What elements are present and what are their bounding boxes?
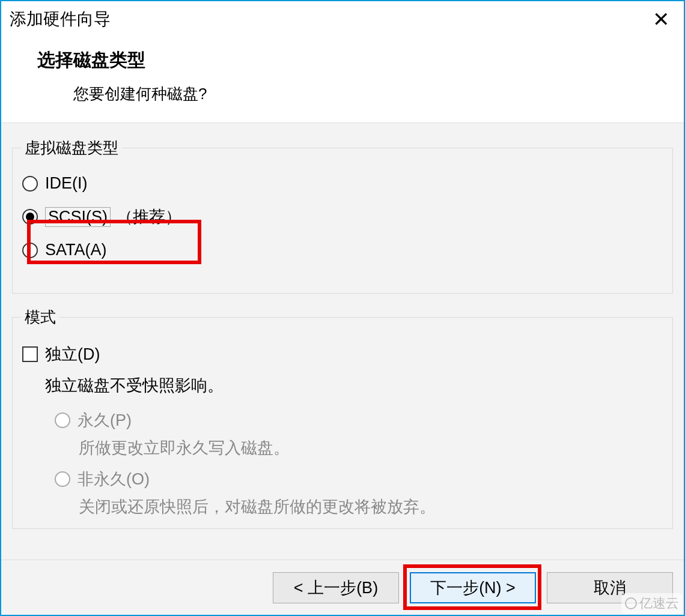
back-button[interactable]: < 上一步(B): [273, 572, 399, 603]
radio-scsi-row[interactable]: SCSI(S) （推荐）: [21, 202, 664, 231]
watermark: 亿速云: [621, 593, 683, 614]
mode-legend: 模式: [21, 307, 59, 328]
radio-sata[interactable]: [22, 243, 38, 258]
wizard-footer: < 上一步(B) 下一步(N) > 取消: [1, 560, 684, 615]
radio-ide[interactable]: [22, 176, 38, 192]
radio-scsi-label: SCSI(S): [45, 207, 111, 227]
titlebar: 添加硬件向导 ✕: [1, 1, 684, 37]
radio-sata-label: SATA(A): [45, 241, 107, 259]
radio-scsi-suffix: （推荐）: [117, 206, 181, 228]
page-title: 选择磁盘类型: [37, 48, 660, 73]
watermark-text: 亿速云: [639, 594, 679, 612]
disk-type-group: 虚拟磁盘类型 IDE(I) SCSI(S) （推荐） SATA(A): [12, 137, 673, 294]
permanent-label: 永久(P): [78, 409, 132, 431]
independent-row[interactable]: 独立(D): [21, 340, 664, 369]
disk-type-legend: 虚拟磁盘类型: [21, 137, 122, 159]
permanent-desc: 所做更改立即永久写入磁盘。: [79, 437, 664, 459]
radio-scsi[interactable]: [22, 209, 38, 225]
mode-group: 模式 独立(D) 独立磁盘不受快照影响。 永久(P) 所做更改立即永久写入磁盘。…: [12, 307, 673, 529]
permanent-row: 永久(P): [55, 409, 664, 431]
next-button[interactable]: 下一步(N) >: [410, 572, 536, 603]
radio-sata-row[interactable]: SATA(A): [21, 237, 664, 263]
independent-desc: 独立磁盘不受快照影响。: [45, 375, 664, 396]
nonpermanent-label: 非永久(O): [78, 468, 150, 490]
independent-label: 独立(D): [45, 343, 100, 365]
wizard-header: 选择磁盘类型 您要创建何种磁盘?: [1, 37, 684, 122]
watermark-icon: [625, 597, 637, 609]
nonpermanent-row: 非永久(O): [55, 468, 664, 490]
radio-permanent: [55, 412, 70, 428]
radio-ide-row[interactable]: IDE(I): [21, 171, 664, 196]
radio-ide-label: IDE(I): [45, 174, 88, 193]
nonpermanent-desc: 关闭或还原快照后，对磁盘所做的更改将被放弃。: [79, 496, 664, 518]
radio-nonpermanent: [55, 471, 70, 487]
close-icon[interactable]: ✕: [649, 9, 673, 29]
content-area: 虚拟磁盘类型 IDE(I) SCSI(S) （推荐） SATA(A) 模式 独立…: [1, 123, 684, 561]
window-title: 添加硬件向导: [10, 8, 111, 31]
page-subtitle: 您要创建何种磁盘?: [73, 83, 660, 104]
checkbox-independent[interactable]: [22, 346, 38, 362]
